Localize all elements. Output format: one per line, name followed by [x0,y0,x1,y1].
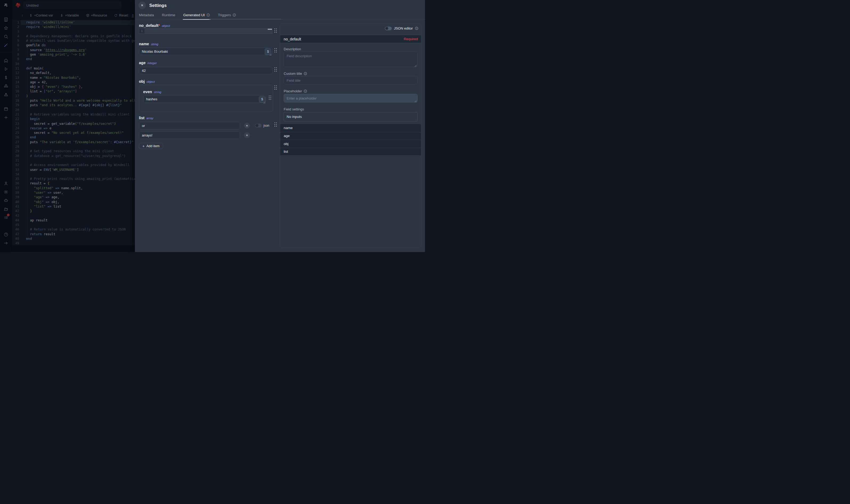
diff-icon[interactable]: ± [132,14,134,17]
modal-title: Settings [149,3,167,8]
code-line: 35 # Pretty print results using amazing_… [12,177,135,181]
ruby-language-icon [15,2,21,8]
collapse-arrow-icon[interactable] [3,240,8,246]
code-line: 40 "obj" => obj, [12,200,135,204]
robot-icon[interactable] [3,198,8,203]
code-line: 1require 'windmill/inline' [12,20,135,25]
custom-title-input[interactable]: Field title [284,76,418,84]
drag-handle-list[interactable] [274,122,277,127]
placeholder-input[interactable]: Enter a placeholder [284,94,418,103]
code-line: 34 [12,172,135,177]
tab-generated-ui[interactable]: Generated UI [183,11,210,19]
age-input[interactable]: 42 [139,67,272,74]
add-resource-button[interactable]: +Resource [86,14,107,17]
description-textarea[interactable]: Field description [284,52,418,67]
field-label-obj: objobject [139,79,155,84]
tab-triggers[interactable]: Triggers [218,11,236,19]
json-editor-label: JSON editor [394,26,413,30]
folder-open-icon[interactable] [3,206,8,212]
favorites-star-icon[interactable] [3,25,8,31]
close-icon[interactable]: ✕ [139,2,146,9]
settings-gear-icon[interactable] [3,190,8,195]
settings-modal: ✕ Settings Metadata Runtime Generated UI… [135,0,425,252]
code-line: 12 no_default, [12,71,135,75]
code-line: 3 [12,30,135,34]
drag-handle-even[interactable] [269,95,271,100]
reset-circular-arrow-icon [114,14,117,17]
search-icon[interactable] [3,34,8,39]
tab-underline-secondary [209,19,281,19]
drag-handle-age[interactable] [274,67,277,72]
field-row-age[interactable]: age [280,132,421,140]
drag-handle-no-default[interactable] [274,29,277,33]
info-icon[interactable] [304,89,307,93]
field-row-obj[interactable]: obj [280,140,421,148]
help-question-icon[interactable] [3,232,8,237]
code-line: 20 [12,108,135,112]
code-line: 4# Dependency management: declare gems i… [12,34,135,39]
code-line: 47 return result [12,232,135,237]
no-default-json-input[interactable]: 1 [139,28,272,34]
tab-runtime[interactable]: Runtime [162,11,175,19]
code-line: 8 gem 'amazing_print', '~> 1.6' [12,52,135,57]
runs-play-icon[interactable] [3,67,8,72]
schedules-calendar-icon[interactable] [3,106,8,111]
audit-list-icon[interactable] [3,215,8,220]
code-line: 14 age = 42, [12,80,135,85]
info-icon[interactable] [304,72,307,75]
code-line: 21 # Retrieve variables using the Windmi… [12,112,135,117]
code-line: 31 [12,158,135,163]
field-row-list[interactable]: list [280,148,421,156]
obj-container: evenstring hashes $ [139,85,273,112]
placeholder-resize-handle[interactable] [414,99,417,102]
ai-magic-wand-icon[interactable] [3,42,8,48]
code-editor[interactable]: 1require 'windmill/inline'2require 'wind… [12,20,135,245]
code-line: 11def main( [12,66,135,71]
prism-icon[interactable] [3,92,8,97]
name-resize-handle[interactable] [269,52,272,55]
json-editor-toggle[interactable] [385,26,392,30]
editor-toolbar: +Context var +Variable +Resource Reset ± [12,11,135,20]
tab-metadata[interactable]: Metadata [139,11,154,19]
even-resize-handle[interactable] [263,100,266,103]
code-line: 41 "list" => list [12,204,135,209]
info-icon[interactable] [415,26,418,30]
add-variable-button[interactable]: +Variable [60,14,79,17]
name-input[interactable]: Nicolas Bourbaki [139,48,272,55]
add-plus-icon[interactable] [3,115,8,120]
code-line: 48end [12,237,135,241]
home-icon[interactable] [3,58,8,63]
field-settings-value: No inputs [284,112,418,121]
selected-field-row[interactable]: no_default Required [280,35,421,43]
user-icon[interactable] [3,181,8,186]
list-item-input-0[interactable]: or [139,122,240,129]
reset-button[interactable]: Reset [114,14,128,17]
list-item-remove-1[interactable]: ✕ [244,132,250,138]
code-line: 6gemfile do [12,43,135,48]
code-line: 49 [12,241,135,246]
add-item-button[interactable]: + Add item [139,143,163,149]
list-item-remove-0[interactable]: ✕ [244,123,250,128]
script-title-input[interactable]: Untitled [23,2,121,9]
dollar-icon [60,14,64,17]
code-line: 13 name = "Nicolas Bourbaki", [12,76,135,80]
mini-editor-scroll-thumb[interactable] [268,29,272,30]
workspace-building-icon[interactable] [3,17,8,22]
code-line: 7 source 'https://rubygems.org' [12,48,135,52]
placeholder-label: Placeholder [284,89,307,93]
description-resize-handle[interactable] [414,64,417,66]
code-line: 2require 'windmill/mini' [12,25,135,29]
info-icon [206,13,210,17]
list-item-input-1[interactable]: arrays! [139,131,240,139]
toolbar-toggle[interactable] [128,14,129,17]
drag-handle-name[interactable] [274,48,277,52]
code-line: 18 puts "Hello World and a warm welcome … [12,98,135,103]
resources-boxes-icon[interactable] [3,84,8,89]
even-input[interactable]: hashes [143,95,266,103]
add-context-var-button[interactable]: +Context var [29,14,53,17]
windmill-logo-icon[interactable] [3,3,8,8]
drag-handle-obj[interactable] [274,86,277,90]
variables-dollar-icon[interactable] [3,75,8,80]
field-row-name[interactable]: name [280,124,421,132]
list-json-toggle[interactable] [255,124,261,127]
